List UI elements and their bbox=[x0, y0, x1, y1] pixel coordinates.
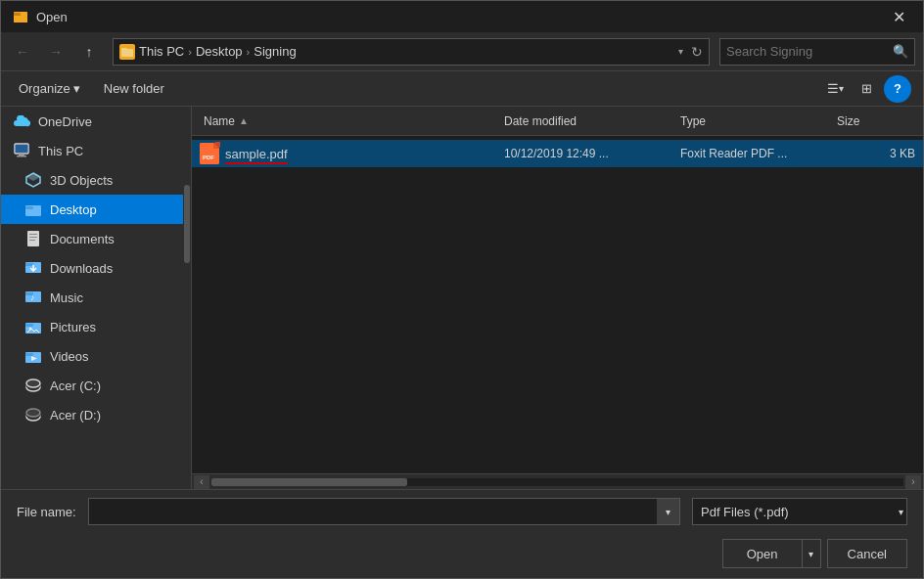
sidebar-label-3dobjects: 3D Objects bbox=[50, 173, 113, 188]
open-button-group: Open ▾ bbox=[722, 539, 821, 568]
pdf-file-icon: PDF bbox=[200, 143, 219, 164]
action-bar: Organize ▾ New folder ☰ ▾ ⊞ ? bbox=[1, 71, 923, 107]
sidebar-label-downloads: Downloads bbox=[50, 261, 113, 276]
dialog-title: Open bbox=[36, 10, 68, 24]
forward-button[interactable]: → bbox=[42, 38, 69, 66]
sidebar-label-music: Music bbox=[50, 290, 83, 305]
file-type-select[interactable]: Pdf Files (*.pdf) All Files (*.*) bbox=[692, 498, 907, 525]
cancel-button[interactable]: Cancel bbox=[827, 539, 907, 568]
sidebar-item-onedrive[interactable]: OneDrive bbox=[1, 107, 191, 136]
svg-point-30 bbox=[26, 379, 40, 387]
address-refresh-button[interactable]: ↻ bbox=[691, 44, 703, 60]
acerd-icon bbox=[24, 406, 42, 423]
open-dialog: Open ✕ ← → ↑ This PC › Desktop › bbox=[0, 0, 924, 579]
scroll-right-button[interactable]: › bbox=[905, 475, 921, 489]
file-name-dropdown-button[interactable]: ▾ bbox=[657, 498, 680, 525]
col-header-type[interactable]: Type bbox=[680, 114, 837, 128]
address-folder-icon bbox=[119, 44, 135, 60]
address-part-signing: Signing bbox=[254, 44, 296, 59]
dialog-icon bbox=[13, 9, 28, 24]
open-dropdown-button[interactable]: ▾ bbox=[802, 539, 821, 568]
file-list: PDF sample.pdf 10/12/2019 12:49 ... Foxi… bbox=[192, 136, 923, 473]
sidebar-item-pictures[interactable]: Pictures bbox=[1, 312, 191, 341]
svg-point-33 bbox=[26, 409, 40, 417]
sidebar-label-acerc: Acer (C:) bbox=[50, 379, 101, 393]
main-content: OneDrive This PC bbox=[1, 107, 923, 489]
sidebar-scrollbar[interactable] bbox=[183, 107, 191, 489]
documents-icon bbox=[24, 230, 42, 247]
address-part-thispc: This PC bbox=[139, 44, 184, 59]
svg-rect-12 bbox=[25, 206, 33, 209]
sidebar: OneDrive This PC bbox=[1, 107, 192, 489]
file-type: Foxit Reader PDF ... bbox=[680, 147, 837, 160]
sort-arrow: ▲ bbox=[239, 115, 249, 126]
svg-rect-15 bbox=[29, 237, 37, 238]
svg-rect-14 bbox=[29, 234, 37, 235]
file-name-cell: PDF sample.pdf bbox=[200, 143, 504, 164]
toolbar: ← → ↑ This PC › Desktop › Signing ▾ ↻ bbox=[1, 32, 923, 71]
sidebar-item-acerc[interactable]: Acer (C:) bbox=[1, 371, 191, 400]
sidebar-label-onedrive: OneDrive bbox=[38, 114, 92, 129]
file-underline bbox=[225, 162, 288, 164]
title-bar-left: Open bbox=[13, 9, 68, 24]
svg-rect-7 bbox=[19, 154, 24, 156]
organize-button[interactable]: Organize ▾ bbox=[13, 77, 86, 100]
sidebar-label-videos: Videos bbox=[50, 349, 89, 364]
close-button[interactable]: ✕ bbox=[886, 4, 911, 29]
acerc-icon bbox=[24, 377, 42, 394]
file-size: 3 KB bbox=[837, 147, 915, 160]
svg-rect-6 bbox=[15, 145, 28, 153]
sidebar-item-3dobjects[interactable]: 3D Objects bbox=[1, 165, 191, 195]
col-header-size[interactable]: Size bbox=[837, 114, 915, 128]
sidebar-label-thispc: This PC bbox=[38, 144, 83, 158]
file-date: 10/12/2019 12:49 ... bbox=[504, 147, 680, 160]
view-list-button[interactable]: ☰ ▾ bbox=[821, 75, 849, 103]
col-header-name[interactable]: Name ▲ bbox=[200, 114, 504, 128]
scroll-left-button[interactable]: ‹ bbox=[194, 475, 209, 489]
videos-icon bbox=[24, 347, 42, 365]
downloads-icon bbox=[24, 259, 42, 277]
file-area: Name ▲ Date modified Type Size bbox=[192, 107, 923, 489]
scroll-track[interactable] bbox=[211, 478, 903, 486]
sidebar-item-desktop[interactable]: Desktop bbox=[1, 195, 191, 224]
col-header-date[interactable]: Date modified bbox=[504, 114, 680, 128]
table-row[interactable]: PDF sample.pdf 10/12/2019 12:49 ... Foxi… bbox=[192, 140, 923, 167]
address-part-desktop: Desktop bbox=[196, 44, 243, 59]
svg-rect-4 bbox=[121, 48, 127, 51]
sidebar-item-acerd[interactable]: Acer (D:) bbox=[1, 400, 191, 429]
search-input[interactable] bbox=[726, 44, 893, 59]
thispc-icon bbox=[13, 142, 30, 159]
title-bar: Open ✕ bbox=[1, 1, 923, 32]
sidebar-scroll-thumb bbox=[184, 185, 190, 263]
sidebar-label-acerd: Acer (D:) bbox=[50, 408, 101, 423]
view-grid-icon: ⊞ bbox=[861, 81, 872, 96]
dialog-buttons: Open ▾ Cancel bbox=[1, 533, 923, 578]
new-folder-button[interactable]: New folder bbox=[98, 77, 170, 100]
help-button[interactable]: ? bbox=[884, 75, 911, 103]
svg-rect-2 bbox=[14, 13, 21, 16]
sidebar-item-music[interactable]: ♪ Music bbox=[1, 283, 191, 312]
svg-rect-8 bbox=[17, 156, 26, 157]
view-list-icon: ☰ bbox=[827, 81, 839, 96]
scroll-thumb bbox=[211, 478, 407, 486]
open-button[interactable]: Open bbox=[722, 539, 802, 568]
sidebar-item-documents[interactable]: Documents bbox=[1, 224, 191, 253]
file-name-input[interactable] bbox=[88, 498, 680, 525]
column-headers: Name ▲ Date modified Type Size bbox=[192, 107, 923, 136]
up-button[interactable]: ↑ bbox=[75, 38, 103, 66]
music-icon: ♪ bbox=[24, 289, 42, 306]
svg-rect-16 bbox=[29, 240, 35, 241]
sidebar-item-thispc[interactable]: This PC bbox=[1, 136, 191, 165]
address-dropdown-button[interactable]: ▾ bbox=[678, 46, 683, 57]
sidebar-item-downloads[interactable]: Downloads bbox=[1, 253, 191, 283]
sidebar-label-desktop: Desktop bbox=[50, 202, 97, 217]
address-bar[interactable]: This PC › Desktop › Signing ▾ ↻ bbox=[113, 38, 710, 66]
back-button[interactable]: ← bbox=[9, 38, 36, 66]
file-name-input-container: ▾ bbox=[88, 498, 680, 525]
svg-text:♪: ♪ bbox=[30, 293, 34, 302]
organize-arrow: ▾ bbox=[73, 81, 80, 96]
bottom-bar: File name: ▾ Pdf Files (*.pdf) All Files… bbox=[1, 489, 923, 533]
view-grid-button[interactable]: ⊞ bbox=[853, 75, 880, 103]
sidebar-item-videos[interactable]: Videos bbox=[1, 341, 191, 371]
svg-marker-36 bbox=[213, 143, 219, 149]
